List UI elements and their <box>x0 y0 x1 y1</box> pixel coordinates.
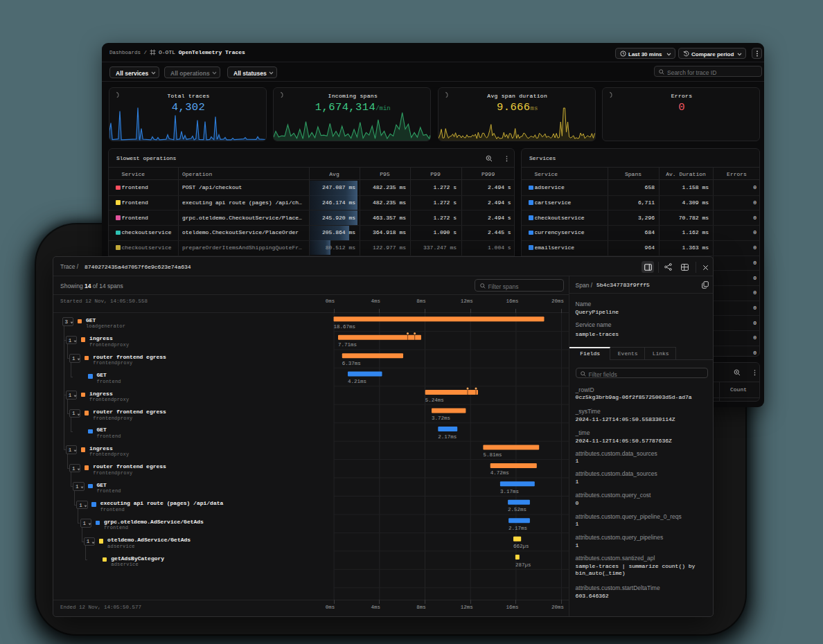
svg-text:2.52ms: 2.52ms <box>508 507 526 512</box>
svg-text:2.17ms: 2.17ms <box>508 525 527 530</box>
svg-text:3.17ms: 3.17ms <box>500 488 519 494</box>
svg-text:3.72ms: 3.72ms <box>432 415 450 421</box>
svg-text:18.67ms: 18.67ms <box>334 323 356 329</box>
svg-text:5.81ms: 5.81ms <box>483 452 502 458</box>
svg-text:4.72ms: 4.72ms <box>490 470 509 476</box>
svg-text:2.17ms: 2.17ms <box>438 433 457 439</box>
svg-text:6.37ms: 6.37ms <box>342 360 361 366</box>
svg-text:662µs: 662µs <box>513 544 529 549</box>
svg-text:4.21ms: 4.21ms <box>348 379 366 384</box>
svg-text:5.24ms: 5.24ms <box>425 397 444 402</box>
svg-text:7.71ms: 7.71ms <box>338 342 357 348</box>
svg-text:287µs: 287µs <box>515 562 531 567</box>
